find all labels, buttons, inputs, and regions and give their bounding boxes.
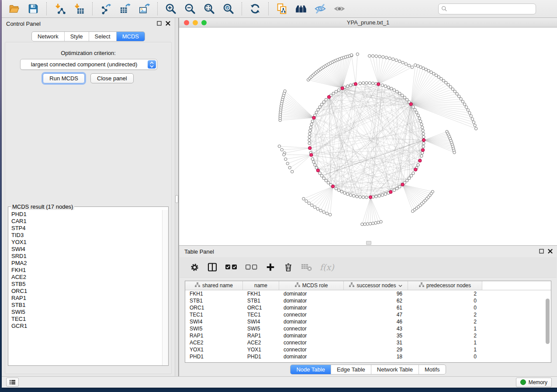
network-node[interactable] — [363, 223, 366, 225]
tab-node-table[interactable]: Node Table — [291, 365, 331, 374]
zoom-selected-icon[interactable] — [222, 3, 235, 15]
delete-table-icon[interactable] — [301, 261, 312, 273]
tab-network-table[interactable]: Network Table — [371, 365, 419, 374]
export-table-icon[interactable] — [119, 3, 131, 15]
network-node[interactable] — [408, 177, 410, 179]
memory-button[interactable]: Memory — [516, 378, 552, 387]
network-node[interactable] — [356, 53, 359, 55]
tab-select[interactable]: Select — [89, 32, 116, 41]
network-node[interactable] — [398, 60, 401, 62]
network-node[interactable] — [315, 111, 318, 113]
network-node[interactable] — [371, 55, 374, 57]
network-hub-node[interactable] — [414, 168, 417, 171]
network-node[interactable] — [283, 153, 285, 156]
network-node[interactable] — [322, 101, 325, 103]
close-panel-icon[interactable] — [166, 20, 170, 28]
vertical-splitter[interactable] — [175, 18, 179, 377]
network-node[interactable] — [372, 222, 374, 225]
network-node[interactable] — [453, 151, 456, 154]
network-node[interactable] — [302, 197, 305, 200]
column-header-successor-nodes[interactable]: successor nodes — [344, 281, 408, 290]
network-node[interactable] — [362, 82, 364, 84]
network-node[interactable] — [461, 100, 464, 103]
network-canvas[interactable] — [179, 28, 557, 245]
network-node[interactable] — [421, 151, 424, 154]
network-node[interactable] — [349, 194, 352, 196]
network-node[interactable] — [365, 196, 368, 199]
import-network-icon[interactable] — [54, 3, 66, 15]
table-cell[interactable]: SWI5 — [185, 326, 243, 332]
network-node[interactable] — [395, 90, 398, 93]
network-hub-node[interactable] — [310, 153, 313, 156]
network-node[interactable] — [318, 172, 321, 175]
table-cell[interactable]: 46 — [344, 319, 408, 325]
network-node[interactable] — [457, 95, 460, 98]
select-all-icon[interactable] — [225, 261, 238, 273]
network-node[interactable] — [390, 87, 393, 90]
network-node[interactable] — [309, 126, 312, 129]
network-hub-node[interactable] — [421, 148, 424, 151]
network-hub-node[interactable] — [422, 138, 425, 141]
network-node[interactable] — [346, 193, 349, 195]
network-node[interactable] — [362, 196, 364, 199]
table-cell[interactable]: TEC1 — [185, 312, 243, 318]
network-node[interactable] — [422, 135, 425, 138]
float-panel-icon[interactable] — [539, 248, 544, 255]
network-node[interactable] — [369, 222, 371, 225]
network-node[interactable] — [280, 148, 283, 151]
mcds-result-item[interactable]: FKH1 — [8, 267, 163, 274]
table-cell[interactable]: 1 — [408, 326, 482, 332]
network-node[interactable] — [311, 204, 313, 206]
network-hub-node[interactable] — [409, 103, 412, 106]
table-cell[interactable]: 31 — [344, 340, 408, 346]
network-graph[interactable] — [179, 28, 557, 245]
network-node[interactable] — [474, 124, 476, 127]
mcds-result-item[interactable]: CAR1 — [8, 218, 163, 225]
network-hub-node[interactable] — [308, 147, 311, 150]
network-node[interactable] — [474, 127, 477, 130]
network-node[interactable] — [418, 117, 421, 120]
network-node[interactable] — [374, 222, 377, 224]
network-node[interactable] — [422, 145, 425, 148]
table-cell[interactable]: dominator — [279, 305, 344, 311]
column-header-predecessor-nodes[interactable]: predecessor nodes — [408, 281, 482, 290]
table-cell[interactable]: dominator — [279, 298, 344, 304]
table-cell[interactable]: RAP1 — [243, 333, 279, 339]
network-node[interactable] — [470, 114, 472, 117]
network-node[interactable] — [284, 158, 287, 160]
network-node[interactable] — [318, 106, 321, 108]
network-node[interactable] — [435, 74, 437, 76]
network-node[interactable] — [451, 88, 454, 90]
mcds-result-item[interactable]: STB1 — [8, 302, 163, 309]
network-node[interactable] — [471, 117, 474, 120]
table-cell[interactable]: 1 — [408, 347, 482, 353]
network-node[interactable] — [463, 103, 466, 106]
table-cell[interactable]: ACE2 — [185, 340, 243, 346]
network-node[interactable] — [417, 114, 419, 117]
network-node[interactable] — [417, 65, 419, 67]
table-cell[interactable]: 2 — [408, 312, 482, 318]
search-input[interactable] — [438, 3, 536, 14]
table-cell[interactable]: 0 — [408, 354, 482, 360]
network-node[interactable] — [378, 55, 381, 58]
table-cell[interactable]: dominator — [279, 333, 344, 339]
network-node[interactable] — [305, 199, 308, 202]
network-node[interactable] — [319, 209, 322, 212]
export-network-icon[interactable] — [100, 3, 112, 15]
network-node[interactable] — [387, 86, 390, 89]
table-row[interactable]: ACE2ACE2connector311 — [185, 339, 551, 346]
network-node[interactable] — [432, 72, 435, 75]
table-cell[interactable]: connector — [279, 326, 344, 332]
network-node[interactable] — [422, 142, 425, 144]
network-node[interactable] — [395, 59, 398, 62]
network-node[interactable] — [313, 206, 316, 208]
network-node[interactable] — [308, 139, 311, 141]
export-image-icon[interactable] — [138, 3, 150, 15]
network-node[interactable] — [375, 195, 377, 198]
network-node[interactable] — [427, 69, 430, 72]
network-hub-node[interactable] — [401, 183, 404, 186]
table-row[interactable]: STB1STB1dominator620 — [185, 297, 551, 304]
mcds-result-item[interactable]: PMA2 — [8, 260, 163, 267]
network-titlebar[interactable]: YPA_prune.txt_1 — [179, 18, 557, 28]
network-node[interactable] — [322, 211, 325, 213]
